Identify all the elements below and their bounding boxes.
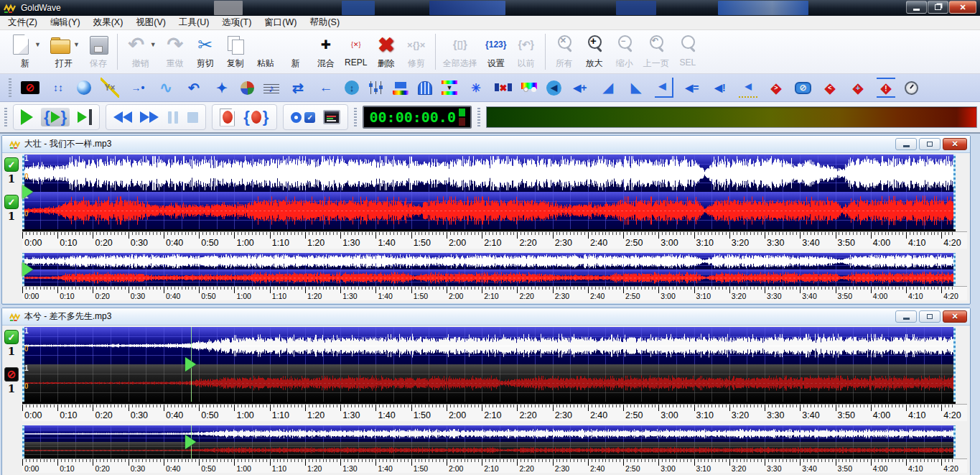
censor-icon[interactable]: ⊘ — [795, 82, 811, 94]
play-to-end-button[interactable] — [78, 109, 92, 125]
cut-button[interactable]: ✂剪切 — [190, 32, 220, 70]
selection-start-marker[interactable] — [22, 327, 24, 402]
selection-end-marker[interactable] — [953, 425, 956, 458]
mechanize-icon[interactable]: ✦ — [213, 78, 231, 98]
waveform-channel-2[interactable] — [22, 192, 956, 229]
volume-icon[interactable]: ◀ — [546, 80, 561, 96]
offset-icon[interactable]: →• — [129, 78, 147, 98]
pop-click-repair-icon[interactable]: ✳ — [467, 78, 485, 98]
trim-button[interactable]: ×{}×修剪 — [401, 32, 431, 70]
dynamics-icon[interactable]: ◆ — [877, 78, 895, 98]
overview-playback-marker[interactable] — [185, 435, 196, 449]
window-restore-button[interactable] — [919, 310, 941, 323]
select-all-button[interactable]: {▯}全部选择 — [439, 32, 481, 70]
window-minimize-button[interactable] — [895, 310, 917, 323]
adjust-volume-icon[interactable]: ↕↕ — [49, 78, 67, 98]
chevron-down-icon[interactable]: ▼ — [150, 41, 157, 48]
pitch-icon[interactable]: ♪ — [263, 82, 279, 93]
window-minimize-button[interactable] — [895, 138, 917, 150]
paste-new-button[interactable]: 新 — [281, 32, 311, 70]
interpolate-icon[interactable] — [241, 81, 254, 95]
change-volume-icon[interactable]: ◀+ — [571, 78, 589, 98]
rewind-button[interactable] — [113, 111, 132, 123]
play-button[interactable] — [21, 109, 33, 125]
exchange-icon[interactable]: ⇄ — [289, 78, 307, 98]
paste-button[interactable]: 粘贴 — [251, 32, 281, 70]
overview-playback-marker[interactable] — [22, 262, 33, 277]
new-button[interactable]: ▼新 — [6, 32, 45, 70]
stop-button[interactable] — [187, 112, 198, 123]
overview-waveform[interactable] — [22, 425, 956, 458]
fade-in-icon[interactable]: ◢ — [599, 78, 617, 98]
reverse-icon[interactable]: ↶ — [185, 78, 203, 98]
zoom-all-button[interactable]: ✕所有 — [549, 32, 579, 70]
mix-button[interactable]: ✚混合 — [311, 32, 341, 70]
parametric-eq-icon[interactable] — [393, 81, 409, 95]
playback-rate-icon[interactable]: ← — [317, 78, 335, 98]
channel-1-enable-button[interactable] — [4, 330, 19, 344]
zoom-previous-button[interactable]: ↶上一页 — [640, 32, 673, 70]
play-selection-button[interactable]: {} — [41, 108, 70, 126]
menu-item-5[interactable]: 工具(U) — [172, 15, 215, 30]
playback-marker[interactable] — [185, 357, 196, 372]
window-close-button[interactable]: ✕ — [943, 138, 967, 150]
shape-volume-icon[interactable]: ◀ — [655, 78, 673, 98]
copy-button[interactable]: 复制 — [220, 32, 251, 70]
toolbar-gripper[interactable] — [477, 108, 480, 126]
noise-gate-icon[interactable] — [418, 81, 432, 95]
overview-waveform[interactable] — [22, 253, 956, 286]
expression-evaluator-icon[interactable]: Y× — [101, 78, 119, 98]
menu-item-6[interactable]: 选项(T) — [215, 15, 258, 30]
selection-end-marker[interactable] — [953, 327, 956, 402]
open-button[interactable]: ▼打开 — [45, 32, 83, 70]
chevron-down-icon[interactable]: ▼ — [34, 41, 41, 48]
set-selection-button[interactable]: {123}设置 — [481, 32, 511, 70]
control-properties-button[interactable] — [323, 110, 340, 124]
zoom-selection-button[interactable]: SEL — [673, 32, 703, 68]
fast-forward-button[interactable] — [140, 111, 159, 123]
menu-item-2[interactable]: 编辑(Y) — [44, 15, 87, 30]
spectrum-filter-icon[interactable]: ▼ — [442, 80, 457, 96]
toolbar-gripper[interactable] — [9, 78, 11, 97]
pause-button[interactable] — [167, 111, 179, 124]
toolbar-gripper[interactable] — [4, 108, 7, 126]
monitor-button[interactable] — [291, 112, 315, 123]
menu-item-3[interactable]: 效果(X) — [87, 15, 130, 30]
smoother-icon[interactable] — [521, 82, 537, 93]
doppler-icon[interactable] — [77, 80, 91, 95]
delete-button[interactable]: ✖删除 — [371, 32, 401, 70]
window-restore-button[interactable] — [919, 138, 941, 150]
channel-2-enable-button[interactable] — [4, 195, 19, 209]
undo-button[interactable]: ↶▼撤销 — [121, 32, 160, 70]
channel-2-enable-button[interactable] — [4, 367, 19, 382]
menu-item-1[interactable]: 文件(Z) — [1, 15, 44, 30]
pitch-shift-icon[interactable]: ◆ — [849, 78, 867, 98]
match-volume-icon[interactable]: ◀= — [683, 78, 701, 98]
document-window-2[interactable]: 本兮 - 差不多先生.mp3 ✕ 1 1 1 0 1 0 — [1, 308, 971, 475]
selection-end-marker[interactable] — [953, 253, 956, 286]
record-selection-button[interactable]: {} — [243, 109, 269, 125]
app-restore-button[interactable] — [928, 1, 948, 14]
document-window-2-titlebar[interactable]: 本兮 - 差不多先生.mp3 ✕ — [2, 308, 970, 326]
equalizer-icon[interactable] — [368, 81, 383, 94]
time-warp-icon[interactable]: ↕ — [345, 80, 359, 95]
channel-1-enable-button[interactable] — [4, 157, 19, 172]
stereo-volume-icon[interactable]: ◀ — [739, 78, 757, 98]
app-close-button[interactable]: ✕ — [949, 1, 976, 14]
selection-start-marker[interactable] — [22, 425, 24, 458]
toolbar-gripper[interactable] — [354, 108, 357, 126]
document-window-1-titlebar[interactable]: 大壮 - 我们不一样.mp3 ✕ — [2, 136, 970, 153]
fade-out-icon[interactable]: ◣ — [627, 78, 645, 98]
app-minimize-button[interactable] — [906, 1, 927, 14]
waveform-channel-1[interactable] — [22, 155, 956, 192]
window-close-button[interactable]: ✕ — [943, 310, 967, 323]
previous-selection-button[interactable]: {↶}以前 — [511, 32, 541, 70]
echo-icon[interactable]: ◆ — [767, 78, 785, 98]
reverb-icon[interactable]: ◆ — [821, 78, 839, 98]
waveform-channel-1[interactable] — [22, 327, 956, 364]
chevron-down-icon[interactable]: ▼ — [73, 41, 80, 48]
silence-icon[interactable]: ⊘ — [21, 81, 39, 94]
zoom-in-button[interactable]: +放大 — [579, 32, 610, 70]
noise-reduction-icon[interactable]: ✖ — [495, 78, 512, 98]
flanger-icon[interactable]: ∿ — [157, 78, 175, 98]
